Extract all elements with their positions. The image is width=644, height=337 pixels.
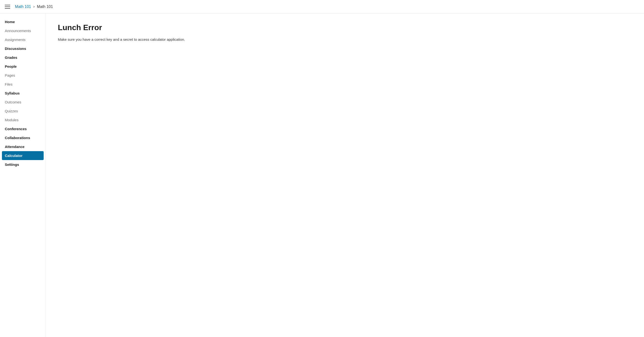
sidebar-item-quizzes[interactable]: Quizzes [0, 106, 46, 116]
sidebar-item-attendance[interactable]: Attendance [0, 142, 46, 151]
sidebar-item-pages[interactable]: Pages [0, 71, 46, 80]
sidebar-item-discussions[interactable]: Discussions [0, 44, 46, 53]
sidebar-item-syllabus[interactable]: Syllabus [0, 89, 46, 98]
sidebar: HomeAnnouncementsAssignmentsDiscussionsG… [0, 14, 46, 337]
breadcrumb: Math 101 > Math 101 [15, 4, 53, 9]
sidebar-item-assignments[interactable]: Assignments [0, 35, 46, 44]
sidebar-item-settings[interactable]: Settings [0, 160, 46, 169]
sidebar-item-home[interactable]: Home [0, 17, 46, 26]
sidebar-item-files[interactable]: Files [0, 80, 46, 89]
sidebar-item-grades[interactable]: Grades [0, 53, 46, 62]
breadcrumb-course-link[interactable]: Math 101 [15, 4, 31, 9]
breadcrumb-separator: > [33, 5, 35, 9]
layout: HomeAnnouncementsAssignmentsDiscussionsG… [0, 14, 644, 337]
sidebar-item-outcomes[interactable]: Outcomes [0, 98, 46, 106]
sidebar-item-modules[interactable]: Modules [0, 116, 46, 124]
sidebar-item-announcements[interactable]: Announcements [0, 26, 46, 35]
breadcrumb-current: Math 101 [37, 4, 53, 9]
sidebar-item-people[interactable]: People [0, 62, 46, 71]
error-message: Make sure you have a correct key and a s… [58, 37, 632, 42]
error-title: Lunch Error [58, 23, 632, 32]
main-content: Lunch Error Make sure you have a correct… [46, 14, 644, 337]
sidebar-item-collaborations[interactable]: Collaborations [0, 133, 46, 142]
sidebar-item-calculator[interactable]: Calculator [2, 151, 44, 160]
menu-icon[interactable] [5, 5, 10, 9]
header: Math 101 > Math 101 [0, 0, 644, 14]
sidebar-item-conferences[interactable]: Conferences [0, 124, 46, 133]
